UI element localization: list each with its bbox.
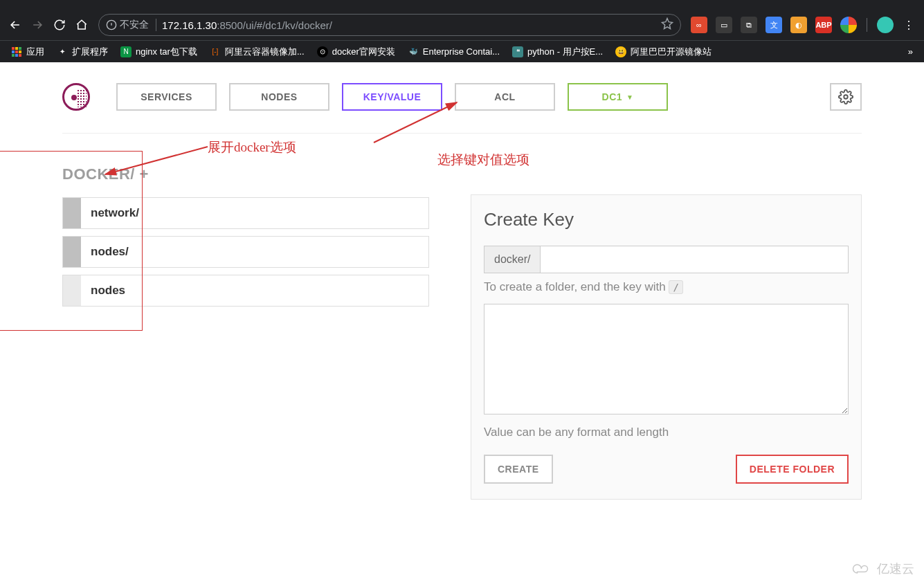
bookmark-item[interactable]: ⊙ docker官网安装 <box>311 43 401 61</box>
svg-rect-3 <box>19 47 21 50</box>
create-key-panel: Create Key docker/ To create a folder, e… <box>471 194 862 500</box>
tab-strip <box>0 0 924 10</box>
add-key-button[interactable]: + <box>140 165 149 183</box>
gear-icon <box>838 89 853 104</box>
svg-rect-9 <box>19 54 21 57</box>
address-bar: 不安全 172.16.1.30:8500/ui/#/dc1/kv/docker/… <box>0 10 924 40</box>
create-button[interactable]: CREATE <box>484 455 553 484</box>
omnibox[interactable]: 不安全 172.16.1.30:8500/ui/#/dc1/kv/docker/ <box>98 14 681 36</box>
ext-icon-2[interactable]: ▭ <box>716 17 732 33</box>
page-body: SERVICES NODES KEY/VALUE ACL DC1▼ 展开dock… <box>0 62 924 527</box>
settings-button[interactable] <box>830 83 862 111</box>
bookmark-item[interactable]: 😃 阿里巴巴开源镜像站 <box>610 43 717 61</box>
key-indicator <box>63 275 81 306</box>
divider <box>867 18 867 32</box>
docker-icon: ⊙ <box>317 46 328 57</box>
value-hint: Value can be any format and length <box>484 426 849 439</box>
reload-icon[interactable] <box>50 15 69 35</box>
svg-rect-5 <box>15 51 18 53</box>
whale-icon: 🐳 <box>408 46 419 57</box>
folder-indicator <box>63 237 81 267</box>
back-icon[interactable] <box>6 15 25 35</box>
apps-grid-icon <box>11 46 22 57</box>
key-input-row: docker/ <box>484 246 849 273</box>
bookmark-star-icon[interactable] <box>661 17 673 33</box>
panel-title: Create Key <box>484 209 849 230</box>
svg-point-10 <box>844 95 848 99</box>
home-icon[interactable] <box>72 15 91 35</box>
ext-icon-4[interactable]: ◐ <box>790 17 807 33</box>
kv-item-folder[interactable]: nodes/ <box>62 236 429 268</box>
folder-indicator <box>63 198 81 228</box>
delete-folder-button[interactable]: DELETE FOLDER <box>736 455 849 484</box>
aliyun-icon: [-] <box>210 46 221 57</box>
key-prefix: docker/ <box>484 246 541 273</box>
bookmarks-overflow-icon[interactable]: » <box>903 46 918 57</box>
url-text: 172.16.1.30:8500/ui/#/dc1/kv/docker/ <box>162 19 661 31</box>
forward-icon[interactable] <box>28 15 47 35</box>
kebab-menu-icon[interactable]: ⋮ <box>899 19 918 32</box>
svg-rect-8 <box>15 54 18 57</box>
bookmark-item[interactable]: 🐳 Enterprise Contai... <box>402 44 505 60</box>
bookmark-item[interactable]: [-] 阿里云容器镜像加... <box>204 43 310 61</box>
apps-label: 应用 <box>26 46 44 58</box>
nav-acl[interactable]: ACL <box>455 83 555 111</box>
site-security-chip[interactable]: 不安全 <box>106 19 156 31</box>
security-label: 不安全 <box>120 19 149 31</box>
ext-icon-chrome[interactable] <box>840 17 857 33</box>
svg-rect-4 <box>12 51 15 53</box>
bookmark-item[interactable]: N nginx tar包下载 <box>115 43 203 61</box>
ext-icon-abp[interactable]: ABP <box>815 17 832 33</box>
kv-item-key[interactable]: nodes <box>62 275 429 307</box>
puzzle-icon: ✦ <box>57 46 68 57</box>
bookmarks-bar: 应用 ✦ 扩展程序 N nginx tar包下载 [-] 阿里云容器镜像加...… <box>0 40 924 62</box>
bookmark-item[interactable]: ❝ python - 用户按E... <box>507 43 608 61</box>
ext-icon-translate[interactable]: 文 <box>766 17 782 33</box>
kv-item-folder[interactable]: network/ <box>62 197 429 229</box>
svg-rect-7 <box>12 54 15 57</box>
nav-datacenter[interactable]: DC1▼ <box>568 83 668 111</box>
consul-logo[interactable] <box>62 83 90 111</box>
nginx-icon: N <box>120 46 132 57</box>
apps-shortcut[interactable]: 应用 <box>6 43 50 61</box>
folder-hint: To create a folder, end the key with / <box>484 280 849 294</box>
key-name-input[interactable] <box>541 246 848 273</box>
kv-tree: DOCKER/ + network/ nodes/ nodes <box>62 153 429 500</box>
svg-rect-1 <box>12 47 15 50</box>
kv-breadcrumb: DOCKER/ + <box>62 165 429 183</box>
nav-keyvalue[interactable]: KEY/VALUE <box>342 83 442 111</box>
nav-services[interactable]: SERVICES <box>116 83 217 111</box>
ext-icon-3[interactable]: ⧉ <box>741 17 757 33</box>
svg-rect-2 <box>15 47 18 50</box>
chat-icon: ❝ <box>512 46 523 57</box>
value-textarea[interactable] <box>484 304 849 414</box>
ext-icon-1[interactable]: ∞ <box>691 17 707 33</box>
svg-rect-6 <box>19 51 21 53</box>
nav-nodes[interactable]: NODES <box>229 83 329 111</box>
caret-down-icon: ▼ <box>626 93 633 101</box>
bookmark-item[interactable]: ✦ 扩展程序 <box>51 43 114 61</box>
top-nav: SERVICES NODES KEY/VALUE ACL DC1▼ <box>62 83 862 134</box>
face-icon: 😃 <box>615 46 626 57</box>
profile-avatar[interactable] <box>877 17 894 33</box>
